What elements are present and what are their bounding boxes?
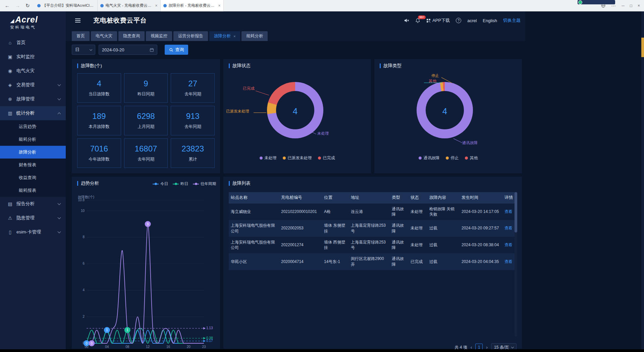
- stat-label: 去年同期: [184, 124, 201, 130]
- detail-link[interactable]: 查看: [502, 220, 516, 237]
- theme-switch[interactable]: 切换主题: [503, 17, 521, 24]
- help-icon[interactable]: ?: [456, 18, 461, 23]
- page-tab[interactable]: 能耗分析: [241, 31, 268, 41]
- callout-line: [453, 138, 463, 143]
- username[interactable]: acrel: [467, 18, 477, 23]
- table-cell: 2024-03-20 09:27:57: [460, 220, 502, 237]
- stat-card: 27去年同期: [171, 73, 215, 103]
- page-tab[interactable]: 隐患查询: [118, 31, 145, 41]
- sidebar-item-trade[interactable]: ◈交易管理: [0, 78, 66, 92]
- legend-label: 往年同期: [201, 181, 216, 186]
- detail-link[interactable]: 查看: [502, 237, 516, 254]
- sidebar-item-hazard[interactable]: ⚠隐患管理: [0, 211, 66, 225]
- sidebar-item-home[interactable]: ⌂首页: [0, 36, 66, 50]
- sidebar-item-monitor[interactable]: ▣实时监控: [0, 50, 66, 64]
- stat-value: 6298: [137, 112, 155, 121]
- table-scrollbar-thumb[interactable]: [515, 192, 517, 232]
- page-tab[interactable]: 首页: [72, 31, 90, 41]
- legend-label: 停止: [451, 155, 459, 161]
- legend-item[interactable]: 其他: [465, 155, 478, 161]
- legend-label: 未处理: [265, 155, 277, 161]
- collapse-menu-icon[interactable]: [74, 18, 81, 23]
- legend-dot-icon: [446, 157, 449, 160]
- page-tab-label: 能耗分析: [246, 33, 263, 39]
- trend-panel: 趋势分析 今日昨日往年同期 024681010.8故障数(个)000408121…: [72, 177, 220, 349]
- tab-close-icon[interactable]: ×: [155, 3, 158, 8]
- svg-text:10: 10: [81, 209, 85, 213]
- legend-item[interactable]: 今日: [153, 181, 168, 186]
- legend-line-icon: [153, 184, 159, 184]
- legend-label: 昨日: [180, 181, 188, 186]
- period-select[interactable]: 日: [72, 45, 95, 55]
- sidebar-subitem[interactable]: 能耗分析: [0, 133, 66, 146]
- close-icon[interactable]: ×: [638, 3, 640, 8]
- detail-link[interactable]: 查看: [502, 204, 516, 220]
- language-switch[interactable]: English: [483, 18, 497, 23]
- table-row: 上海安科瑞电气股份有限公司2022002053墙体 东侧壁挂上海嘉定育绿路253…: [229, 220, 516, 237]
- sidebar-item-label: 电气火灾: [16, 68, 60, 74]
- window-scrollbar[interactable]: [641, 11, 644, 349]
- table-cell: 过载: [427, 237, 460, 254]
- sidebar-item-fault[interactable]: ⊗故障管理: [0, 92, 66, 106]
- sidebar-subitem[interactable]: 能耗报表: [0, 184, 66, 197]
- mute-icon[interactable]: [404, 18, 409, 23]
- notifications-bell-icon[interactable]: 99+: [415, 18, 420, 23]
- column-header: 故障内容: [427, 192, 460, 204]
- tab-close-icon[interactable]: ×: [218, 3, 221, 8]
- callout-label: 停止: [431, 73, 439, 78]
- svg-text:20: 20: [187, 345, 191, 349]
- callout-label: 已完成: [243, 86, 255, 91]
- legend-item[interactable]: 昨日: [173, 181, 188, 186]
- sidebar-item-stats[interactable]: ▥统计分析: [0, 106, 66, 120]
- detail-link[interactable]: 查看: [502, 253, 516, 270]
- sidebar-subitem[interactable]: 运营趋势: [0, 120, 66, 133]
- legend-item[interactable]: 通讯故障: [419, 155, 440, 161]
- stat-card: 189本月故障数: [77, 106, 121, 135]
- window-scrollbar-thumb[interactable]: [641, 38, 644, 57]
- minimize-icon[interactable]: ─: [622, 3, 625, 8]
- legend-item[interactable]: 往年同期: [193, 181, 216, 186]
- query-button[interactable]: 查询: [165, 45, 188, 55]
- sidebar-item-sim[interactable]: ▯esim-卡管理: [0, 225, 66, 239]
- legend-item[interactable]: 已派发未处理: [283, 155, 312, 161]
- sidebar-subitem[interactable]: 故障分析: [0, 146, 66, 159]
- legend-item[interactable]: 未处理: [260, 155, 277, 161]
- svg-text:6: 6: [83, 262, 85, 265]
- date-picker[interactable]: 2024-03-20: [99, 45, 157, 55]
- back-icon[interactable]: ←: [5, 3, 10, 8]
- app-download-button[interactable]: APP下载: [426, 17, 450, 24]
- table-cell: A枪: [322, 204, 349, 220]
- page-tab[interactable]: 故障分析×: [209, 31, 240, 41]
- stat-grid: 4当日故障数9昨日同期27去年同期189本月故障数6298上月同期913去年同期…: [72, 73, 220, 173]
- browser-tab[interactable]: 【平台介绍】安科瑞AcrelCloud-9: [35, 0, 98, 11]
- fault-type-panel: 故障类型 4 停止 其他 通讯故障 通讯故障停止其他: [374, 59, 522, 173]
- sidebar-item-label: 首页: [16, 40, 60, 46]
- callout-label: 通讯故障: [462, 140, 478, 145]
- legend-item[interactable]: 已完成: [318, 155, 335, 161]
- stat-value: 27: [188, 79, 197, 88]
- stats-icon: ▥: [7, 111, 13, 116]
- forward-icon[interactable]: →: [15, 3, 20, 8]
- page-tab[interactable]: 电气火灾: [91, 31, 117, 41]
- table-scrollbar[interactable]: [515, 192, 517, 337]
- table-cell: 连云港: [349, 204, 390, 220]
- browser-tab[interactable]: 故障分析 - 充电桩收费云平台×: [161, 0, 224, 11]
- sidebar-item-report[interactable]: ▤报告分析: [0, 197, 66, 211]
- tab-favicon-icon: [163, 4, 167, 7]
- sidebar-item-fire[interactable]: ◉电气火灾: [0, 64, 66, 78]
- legend-item[interactable]: 停止: [446, 155, 459, 161]
- sidebar-subitem[interactable]: 财务报表: [0, 159, 66, 171]
- svg-text:2: 2: [83, 315, 85, 318]
- table-cell: 枪锁故障 关锁失败: [427, 204, 460, 220]
- tab-close-icon[interactable]: ×: [233, 34, 235, 38]
- browser-tab[interactable]: 电气火灾 - 充电桩收费云平台×: [98, 0, 161, 11]
- chevron-icon: [58, 97, 61, 100]
- table-cell: 未处理: [409, 237, 427, 254]
- trend-chart: 024681010.8故障数(个)000408121620230.170.381…: [74, 193, 220, 349]
- table-cell: 墙体 东侧壁挂: [322, 220, 349, 237]
- page-tab[interactable]: 运营分析报告: [173, 31, 208, 41]
- maximize-icon[interactable]: □: [630, 3, 632, 8]
- refresh-icon[interactable]: ↻: [25, 3, 30, 9]
- sidebar-subitem[interactable]: 收益查询: [0, 171, 66, 184]
- page-tab[interactable]: 视频监控: [146, 31, 172, 41]
